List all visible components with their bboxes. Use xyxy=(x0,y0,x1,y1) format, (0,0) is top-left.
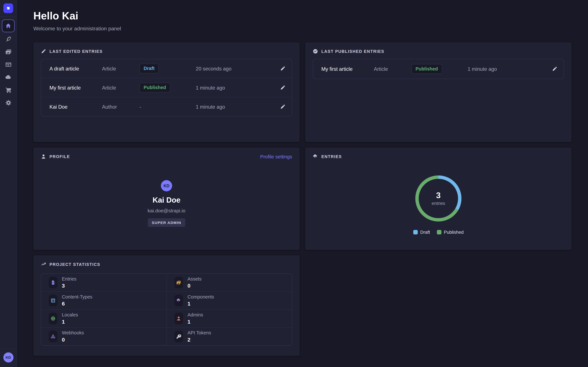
stat-value: 1 xyxy=(62,318,78,325)
donut-center-label: 3 entries xyxy=(412,172,465,225)
feather-icon xyxy=(5,36,11,42)
table-row: A draft article Article Draft 20 seconds… xyxy=(41,59,292,78)
stats-row: Locales 1 Admins 1 xyxy=(41,309,292,327)
stat-components: Components 1 xyxy=(166,292,292,309)
widget-last-edited-entries: LAST EDITED ENTRIES A draft article Arti… xyxy=(33,42,300,142)
sidebar-item-media-library[interactable] xyxy=(2,46,14,58)
widget-title: PROJECT STATISTICS xyxy=(50,262,100,267)
entries-table: My first article Article Published 1 min… xyxy=(313,59,564,79)
widgets-grid: LAST EDITED ENTRIES A draft article Arti… xyxy=(33,42,571,356)
sidebar-nav xyxy=(2,17,15,109)
cloud-icon xyxy=(5,74,12,80)
user-avatar[interactable]: KD xyxy=(3,352,13,362)
edit-entry-button[interactable] xyxy=(277,82,288,93)
published-swatch xyxy=(437,230,441,234)
puzzle-icon xyxy=(174,295,183,306)
entry-time: 1 minute ago xyxy=(468,66,545,72)
stat-label: Content-Types xyxy=(62,294,92,300)
widget-last-published-entries: LAST PUBLISHED ENTRIES My first article … xyxy=(305,42,571,142)
sidebar-item-content-type-builder[interactable] xyxy=(2,58,14,70)
stats-row: Content-Types 6 Components 1 xyxy=(41,291,292,309)
table-row: My first article Article Published 1 min… xyxy=(41,78,292,97)
sidebar-item-content-manager[interactable] xyxy=(2,33,14,45)
stats-row: Entries 3 Assets 0 xyxy=(41,274,292,291)
profile-role-badge: SUPER ADMIN xyxy=(148,218,185,227)
sidebar-divider xyxy=(0,348,17,349)
strapi-logo-icon xyxy=(3,3,13,13)
sidebar-item-deploy[interactable] xyxy=(2,71,14,83)
widget-header: ENTRIES xyxy=(313,153,564,159)
stat-api-tokens: API Tokens 2 xyxy=(166,328,292,345)
home-icon xyxy=(5,23,11,29)
pencil-icon xyxy=(41,49,46,54)
stats-row: Webhooks 0 API Tokens 2 xyxy=(41,327,292,345)
user-icon xyxy=(174,313,183,324)
widget-project-statistics: PROJECT STATISTICS Entries 3 xyxy=(33,255,300,356)
check-circle-icon xyxy=(313,49,318,54)
entry-time: 1 minute ago xyxy=(196,85,273,90)
widget-title: PROFILE xyxy=(50,154,70,159)
sidebar: KD xyxy=(0,0,17,367)
file-icon xyxy=(49,277,57,288)
edit-entry-button[interactable] xyxy=(277,63,288,74)
stat-locales: Locales 1 xyxy=(41,310,167,327)
puzzle-icon xyxy=(313,154,318,159)
profile-body: KD Kai Doe kai.doe@strapi.io SUPER ADMIN xyxy=(41,159,292,227)
stat-content-types: Content-Types 6 xyxy=(41,292,167,309)
stat-value: 0 xyxy=(62,336,84,343)
gear-icon xyxy=(5,100,11,106)
entry-name: Kai Doe xyxy=(50,104,102,109)
sidebar-footer: KD xyxy=(0,348,17,367)
entries-donut-chart: 3 entries xyxy=(412,172,465,225)
globe-icon xyxy=(49,313,57,324)
stat-label: Admins xyxy=(188,312,203,318)
layout-icon xyxy=(5,61,11,67)
stat-webhooks: Webhooks 0 xyxy=(41,328,167,345)
stat-label: API Tokens xyxy=(188,330,211,336)
sidebar-item-home[interactable] xyxy=(2,19,15,32)
sidebar-item-marketplace[interactable] xyxy=(2,84,14,96)
widget-header: LAST PUBLISHED ENTRIES xyxy=(313,48,564,54)
status-badge: Published xyxy=(139,83,170,92)
stat-label: Entries xyxy=(62,276,77,282)
sidebar-item-settings[interactable] xyxy=(2,97,14,108)
widget-entries-chart: ENTRIES 3 entries Draft xyxy=(305,148,571,250)
draft-swatch xyxy=(413,230,418,234)
page-subtitle: Welcome to your administration panel xyxy=(33,25,571,32)
legend-label: Published xyxy=(444,230,464,235)
widget-header: PROJECT STATISTICS xyxy=(41,261,292,267)
edit-entry-button[interactable] xyxy=(277,101,288,112)
legend-item-published: Published xyxy=(437,230,464,235)
status-badge: Published xyxy=(411,64,442,74)
layout-icon xyxy=(49,295,57,306)
chart-legend: Draft Published xyxy=(313,230,564,235)
stat-admins: Admins 1 xyxy=(166,310,292,327)
stat-label: Assets xyxy=(188,276,202,282)
profile-name: Kai Doe xyxy=(153,195,181,205)
stat-entries: Entries 3 xyxy=(41,274,167,291)
page-title: Hello Kai xyxy=(33,9,571,23)
stat-value: 1 xyxy=(188,318,203,325)
page-header: Hello Kai Welcome to your administration… xyxy=(33,9,571,32)
table-row: Kai Doe Author - 1 minute ago xyxy=(41,97,292,116)
stat-value: 6 xyxy=(62,300,92,307)
entries-table: A draft article Article Draft 20 seconds… xyxy=(41,59,292,117)
edit-entry-button[interactable] xyxy=(549,64,560,74)
entries-count-label: entries xyxy=(432,201,445,206)
widget-header: LAST EDITED ENTRIES xyxy=(41,48,292,54)
stat-label: Webhooks xyxy=(62,330,84,336)
profile-email: kai.doe@strapi.io xyxy=(148,208,185,214)
entry-kind: Article xyxy=(102,85,139,90)
entry-time: 1 minute ago xyxy=(196,104,273,109)
widget-title: LAST PUBLISHED ENTRIES xyxy=(321,49,384,54)
profile-settings-link[interactable]: Profile settings xyxy=(260,154,292,159)
stat-label: Components xyxy=(188,294,214,300)
stats-table: Entries 3 Assets 0 xyxy=(41,273,292,346)
image-icon xyxy=(174,277,183,288)
strapi-admin-dashboard: KD Hello Kai Welcome to your administrat… xyxy=(0,0,588,367)
user-icon xyxy=(41,154,46,159)
key-icon xyxy=(174,331,183,342)
status-badge: Draft xyxy=(139,64,159,73)
entry-status-empty: - xyxy=(139,104,196,109)
widget-title: LAST EDITED ENTRIES xyxy=(50,49,103,54)
